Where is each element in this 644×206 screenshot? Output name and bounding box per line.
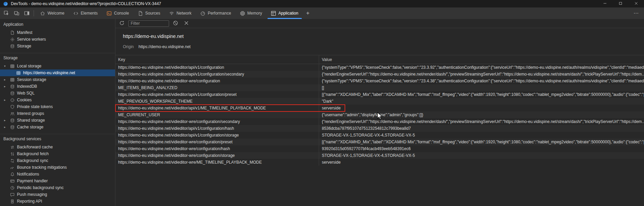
sidebar-item-periodic-background-sync[interactable]: Periodic background sync (0, 184, 115, 191)
key-cell[interactable]: ME_PREVIOUS_WORKSPACE_THEME (115, 98, 319, 105)
storage-table-row[interactable]: https://demo-eu.vidispine.net/vidieditor… (115, 159, 644, 166)
key-cell[interactable]: https://demo-eu.vidispine.net/vidieditor… (115, 91, 319, 98)
storage-table-row[interactable]: ME_CURRENT_USER{"username":"admin","disp… (115, 111, 644, 118)
value-cell[interactable]: STORAGE-VX-1,STORAGE-VX-4,STORAGE-VX-5 (319, 132, 644, 139)
value-cell[interactable]: {"renderEngineServerUrl":"https://demo-e… (319, 71, 644, 78)
value-cell[interactable]: [{"name":"XDCAMHD_Mix","label":"XDCAMHD … (319, 91, 644, 98)
value-cell[interactable]: {"systemType":"VPMS","licenseCheck":fals… (319, 64, 644, 71)
storage-table-row[interactable]: https://demo-eu.vidispine.net/vidieditor… (115, 91, 644, 98)
sidebar-item-indexeddb[interactable]: ▸IndexedDB (0, 83, 115, 90)
key-cell[interactable]: https://demo-eu.vidispine.net/vidieditor… (115, 152, 319, 159)
sidebar-item-https-demo-eu-vidispine-net[interactable]: https://demo-eu.vidispine.net (0, 69, 115, 76)
storage-table-row[interactable]: https://demo-eu.vidispine.net/vidieditor… (115, 71, 644, 78)
storage-table-row[interactable]: https://demo-eu.vidispine.net/vidieditor… (115, 152, 644, 159)
sidebar-item-notifications[interactable]: Notifications (0, 171, 115, 178)
tab-welcome[interactable]: Welcome (36, 7, 69, 19)
value-cell[interactable]: STORAGE-VX-1,STORAGE-VX-4,STORAGE-VX-5 (319, 152, 644, 159)
storage-table-row[interactable]: https://demo-eu.vidispine.net/vidieditor… (115, 145, 644, 152)
refresh-button[interactable] (117, 19, 126, 27)
storage-table-row[interactable]: https://demo-eu.vidispine.net/vidieditor… (115, 125, 644, 132)
sidebar-section-header[interactable]: Background services (0, 134, 115, 144)
more-tabs-button[interactable]: + (303, 9, 313, 18)
value-cell[interactable]: {"username":"admin","displayName":"admin… (319, 111, 644, 118)
value-cell[interactable]: serverside (319, 159, 644, 166)
sidebar-item-cache-storage[interactable]: ▸Cache storage (0, 124, 115, 130)
delete-selected-button[interactable] (182, 19, 191, 27)
maximize-button[interactable] (613, 0, 628, 7)
sidebar-item-background-sync[interactable]: Background sync (0, 157, 115, 164)
tab-performance[interactable]: Performance (196, 7, 236, 19)
close-button[interactable] (628, 0, 644, 7)
storage-table-row[interactable]: https://demo-eu.vidispine.net/vidieditor… (115, 132, 644, 139)
inspect-icon[interactable] (1, 9, 12, 18)
sidebar-item-private-state-tokens[interactable]: Private state tokens (0, 103, 115, 110)
value-cell[interactable]: {"renderEngineServerUrl":"https://demo-e… (319, 118, 644, 125)
chevron-right-icon[interactable]: ▸ (4, 117, 6, 124)
sidebar-section-header[interactable]: Storage (0, 53, 115, 63)
filter-input[interactable] (128, 20, 169, 27)
value-cell[interactable]: [{"name":"XDCAMHD_Mix","label":"XDCAMHD … (319, 139, 644, 145)
sidebar-item-local-storage[interactable]: ▾Local storage (0, 63, 115, 69)
key-cell[interactable]: ME_CURRENT_USER (115, 111, 319, 118)
key-cell[interactable]: https://demo-eu.vidispine.net/vidieditor… (115, 78, 319, 84)
tab-elements[interactable]: Elements (69, 7, 102, 19)
sidebar-item-service-workers[interactable]: Service workers (0, 36, 115, 43)
value-column-header[interactable]: Value (319, 55, 644, 64)
storage-table-row[interactable]: https://demo-eu.vidispine.net/vidieditor… (115, 78, 644, 84)
key-cell[interactable]: https://demo-eu.vidispine.net/vidieditor… (115, 159, 319, 166)
value-cell[interactable]: "Dark" (319, 98, 644, 105)
key-cell[interactable]: https://demo-eu.vidispine.net/vidieditor… (115, 64, 319, 71)
tab-application[interactable]: Application (266, 7, 303, 19)
clear-all-button[interactable] (171, 19, 180, 27)
key-cell[interactable]: ME_ITEMS_BEING_ANALYZED (115, 84, 319, 91)
sidebar-item-session-storage[interactable]: ▸Session storage (0, 76, 115, 83)
value-cell[interactable]: serverside (319, 105, 644, 111)
sidebar-item-cookies[interactable]: ▸Cookies (0, 97, 115, 103)
chevron-down-icon[interactable]: ▾ (4, 63, 6, 69)
key-cell[interactable]: https://demo-eu.vidispine.net/vidieditor… (115, 139, 319, 145)
storage-table-row[interactable]: ME_PREVIOUS_WORKSPACE_THEME"Dark" (115, 98, 644, 105)
sidebar-item-manifest[interactable]: Manifest (0, 29, 115, 36)
sidebar-item-reporting-api[interactable]: Reporting API (0, 198, 115, 205)
storage-table-row[interactable]: https://demo-eu.vidispine.net/vidieditor… (115, 139, 644, 145)
sidebar-item-background-fetch[interactable]: Background fetch (0, 150, 115, 157)
dock-side-icon[interactable] (22, 9, 32, 18)
minimize-button[interactable] (597, 0, 613, 7)
tab-memory[interactable]: Memory (236, 7, 266, 19)
chevron-right-icon[interactable]: ▸ (4, 76, 6, 83)
chevron-right-icon[interactable]: ▸ (4, 97, 6, 103)
storage-table-row[interactable]: ME_ITEMS_BEING_ANALYZED[] (115, 84, 644, 91)
sidebar-item-payment-handler[interactable]: Payment handler (0, 178, 115, 184)
home-icon (40, 11, 45, 16)
value-cell[interactable]: [] (319, 84, 644, 91)
sidebar-item-shared-storage[interactable]: ▸Shared storage (0, 117, 115, 124)
key-cell[interactable]: https://demo-eu.vidispine.net/vidieditor… (115, 132, 319, 139)
sidebar-item-storage[interactable]: Storage (0, 43, 115, 49)
key-column-header[interactable]: Key (115, 55, 319, 64)
sidebar-item-web-sql[interactable]: Web SQL (0, 90, 115, 97)
value-cell[interactable]: 8536dcba787f95107d75123254812c7993bea8d7 (319, 125, 644, 132)
customize-devtools-button[interactable]: ⋯ (630, 9, 642, 18)
sidebar-item-bounce-tracking-mitigations[interactable]: Bounce tracking mitigations (0, 164, 115, 171)
key-cell[interactable]: https://demo-eu.vidispine.net/vidieditor… (115, 71, 319, 78)
key-cell[interactable]: https://demo-eu.vidispine.net/vidieditor… (115, 118, 319, 125)
device-toolbar-icon[interactable] (12, 9, 22, 18)
sidebar-item-label: Cache storage (17, 125, 43, 129)
storage-table-row[interactable]: https://demo-eu.vidispine.net/vidieditor… (115, 64, 644, 71)
key-cell[interactable]: https://demo-eu.vidispine.net/vidieditor… (115, 105, 319, 111)
sidebar-item-back-forward-cache[interactable]: Back/forward cache (0, 144, 115, 150)
storage-table-row[interactable]: https://demo-eu.vidispine.net/vidieditor… (115, 118, 644, 125)
tab-network[interactable]: Network (165, 7, 196, 19)
chevron-right-icon[interactable]: ▸ (4, 83, 6, 90)
value-cell[interactable]: 93920d315d05927707bf4cacb493eeb548391ec6 (319, 145, 644, 152)
storage-table-row-highlighted[interactable]: https://demo-eu.vidispine.net/vidieditor… (115, 105, 644, 111)
tab-sources[interactable]: Sources (133, 7, 165, 19)
sidebar-item-interest-groups[interactable]: Interest groups (0, 110, 115, 117)
sidebar-item-push-messaging[interactable]: Push messaging (0, 191, 115, 198)
sidebar-section-header[interactable]: Application (0, 20, 115, 29)
key-cell[interactable]: https://demo-eu.vidispine.net/vidieditor… (115, 125, 319, 132)
tab-console[interactable]: Console (102, 7, 133, 19)
value-cell[interactable]: {"systemType":"VPMS","licenseCheck":fals… (319, 78, 644, 84)
key-cell[interactable]: https://demo-eu.vidispine.net/vidieditor… (115, 145, 319, 152)
chevron-right-icon[interactable]: ▸ (4, 124, 6, 130)
